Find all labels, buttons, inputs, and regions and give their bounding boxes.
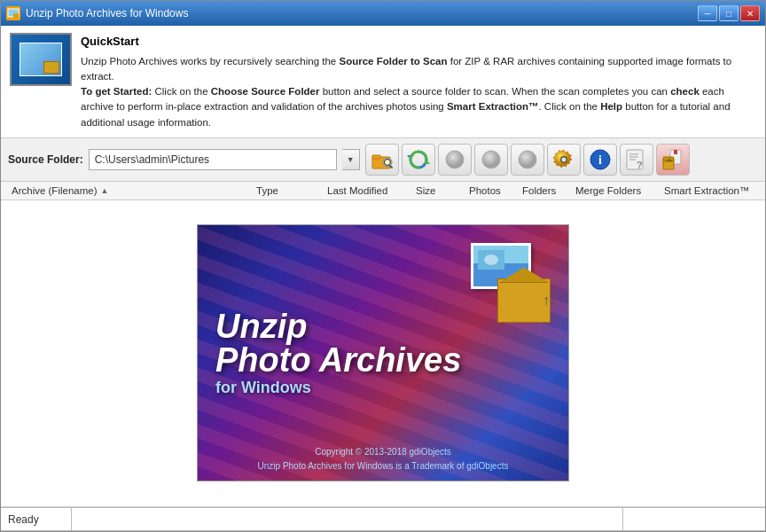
splash-image: ↑↓ Unzip Photo Archives for Windows Copy…	[197, 224, 569, 481]
status-right	[623, 507, 765, 531]
svg-rect-4	[372, 155, 380, 159]
quickstart-heading: QuickStart	[81, 33, 756, 51]
svg-line-6	[390, 166, 392, 168]
app-icon	[6, 6, 20, 20]
help-emphasis: Help	[600, 101, 622, 112]
col-size[interactable]: Size	[412, 185, 465, 196]
splash-content: Unzip Photo Archives for Windows	[198, 225, 568, 481]
choose-folder-button[interactable]	[365, 144, 399, 176]
svg-text:i: i	[598, 153, 602, 167]
status-ready: Ready	[1, 507, 72, 531]
quickstart-text: QuickStart Unzip Photo Archives works by…	[81, 33, 756, 130]
toolbar: Source Folder: ▼	[1, 138, 765, 182]
window-controls: ─ □ ✕	[698, 5, 760, 21]
main-content-area: ↑↓ Unzip Photo Archives for Windows Copy…	[1, 200, 765, 506]
window-title: Unzip Photo Archives for Windows	[26, 7, 698, 20]
svg-rect-24	[674, 150, 677, 154]
col-type[interactable]: Type	[253, 185, 324, 196]
sort-arrow-icon: ▲	[101, 186, 109, 195]
action1-button[interactable]	[438, 144, 472, 176]
svg-text:?: ?	[637, 160, 643, 170]
col-filename[interactable]: Archive (Filename) ▲	[8, 185, 253, 196]
help-button[interactable]: ?	[620, 144, 653, 176]
splash-copyright: Copyright © 2013-2018 gdiObjects Unzip P…	[198, 445, 568, 473]
content-area: QuickStart Unzip Photo Archives works by…	[1, 26, 765, 531]
quickstart-body: Unzip Photo Archives works by recursivel…	[81, 56, 731, 128]
svg-point-12	[519, 151, 536, 168]
col-photos[interactable]: Photos	[465, 185, 519, 196]
source-folder-label: Source Folder:	[8, 153, 83, 166]
svg-point-11	[482, 151, 500, 168]
extract-button[interactable]	[656, 144, 690, 176]
col-folders[interactable]: Folders	[519, 185, 572, 196]
col-smart[interactable]: Smart Extraction™	[660, 185, 758, 196]
choose-folder-emphasis: Choose Source Folder	[211, 86, 320, 97]
title-bar: Unzip Photo Archives for Windows ─ □ ✕	[1, 1, 765, 26]
minimize-button[interactable]: ─	[698, 5, 717, 21]
to-get-started-label: To get Started:	[81, 86, 152, 97]
logo-photo	[20, 43, 62, 76]
source-folder-emphasis: Source Folder to Scan	[339, 56, 447, 66]
svg-point-15	[561, 157, 566, 161]
copyright-line2: Unzip Photo Archives for Windows is a Tr…	[198, 459, 568, 473]
quickstart-panel: QuickStart Unzip Photo Archives works by…	[1, 26, 765, 138]
smart-extraction-emphasis: Smart Extraction™	[447, 101, 539, 112]
svg-marker-9	[423, 160, 430, 164]
source-folder-dropdown[interactable]: ▼	[342, 149, 360, 170]
status-mid	[72, 507, 623, 531]
settings-button[interactable]	[547, 144, 581, 176]
col-merge[interactable]: Merge Folders	[572, 185, 660, 196]
source-folder-input[interactable]	[89, 149, 337, 170]
close-button[interactable]: ✕	[740, 5, 760, 21]
check-emphasis: check	[670, 86, 700, 97]
toolbar-buttons: i ?	[365, 144, 690, 176]
table-header: Archive (Filename) ▲ Type Last Modified …	[1, 182, 765, 200]
copyright-line1: Copyright © 2013-2018 gdiObjects	[198, 445, 568, 459]
svg-point-10	[446, 151, 464, 168]
col-modified[interactable]: Last Modified	[324, 185, 412, 196]
main-window: Unzip Photo Archives for Windows ─ □ ✕ Q…	[0, 0, 766, 532]
splash-subtitle: for Windows	[215, 379, 311, 397]
scan-button[interactable]	[402, 144, 435, 176]
app-logo	[10, 33, 72, 86]
status-bar: Ready	[1, 506, 765, 531]
action2-button[interactable]	[474, 144, 508, 176]
action3-button[interactable]	[511, 144, 544, 176]
splash-title1: Unzip	[215, 309, 307, 343]
logo-box	[43, 61, 59, 74]
maximize-button[interactable]: □	[719, 5, 739, 21]
svg-rect-2	[13, 13, 19, 18]
info-button[interactable]: i	[583, 144, 617, 176]
splash-title2: Photo Archives	[215, 343, 461, 377]
